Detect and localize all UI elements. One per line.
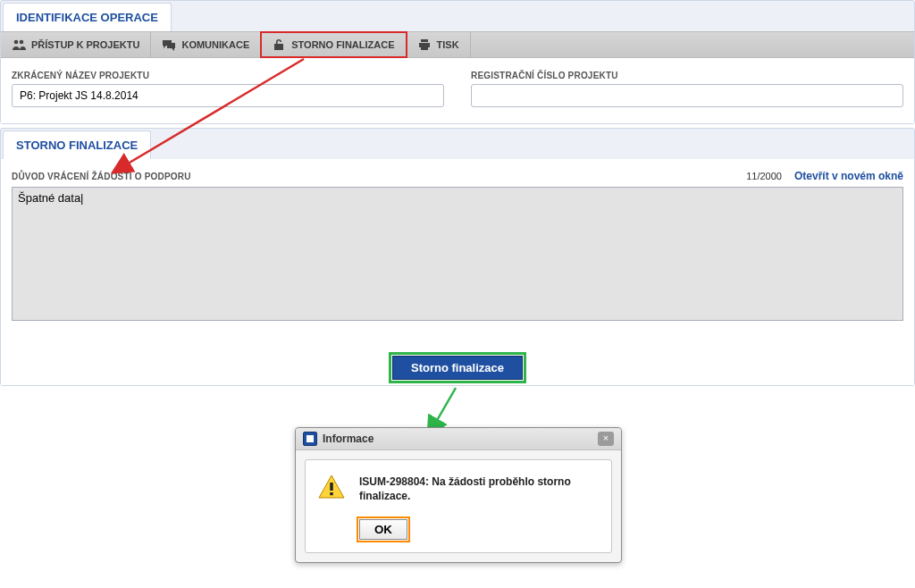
dialog-content: ISUM-298804: Na žádosti proběhlo storno … [305,459,612,553]
char-counter: 11/2000 [746,171,782,181]
info-dialog: Informace × ISUM-298804: Na žádosti prob… [295,427,622,563]
dialog-title-icon [303,432,317,446]
label-reg-no: REGISTRAČNÍ ČÍSLO PROJEKTU [471,71,903,80]
project-info-row: ZKRÁCENÝ NÁZEV PROJEKTU REGISTRAČNÍ ČÍSL… [1,58,914,123]
svg-rect-4 [330,483,332,491]
toolbar-label: STORNO FINALIZACE [291,39,394,50]
textarea-reason[interactable] [12,187,903,321]
toolbar: PŘÍSTUP K PROJEKTU KOMUNIKACE STORNO FIN… [1,31,914,58]
toolbar-item-communication[interactable]: KOMUNIKACE [151,32,261,57]
lock-open-icon [272,38,286,52]
svg-point-1 [20,40,24,45]
toolbar-item-storno[interactable]: STORNO FINALIZACE [261,32,406,57]
label-reason: DŮVOD VRÁCENÍ ŽÁDOSTI O PODPORU [12,172,734,181]
toolbar-item-print[interactable]: TISK [407,32,471,57]
svg-point-0 [14,40,19,45]
toolbar-label: TISK [437,39,459,50]
storno-finalizace-button[interactable]: Storno finalizace [392,356,523,380]
toolbar-label: PŘÍSTUP K PROJEKTU [31,39,139,50]
panel-identification: IDENTIFIKACE OPERACE PŘÍSTUP K PROJEKTU … [0,0,915,124]
dialog-message: ISUM-298804: Na žádosti proběhlo storno … [359,475,599,503]
people-icon [12,38,26,52]
printer-icon [417,38,432,52]
toolbar-item-access[interactable]: PŘÍSTUP K PROJEKTU [1,32,151,57]
panel-storno: STORNO FINALIZACE DŮVOD VRÁCENÍ ŽÁDOSTI … [0,128,915,386]
input-reg-no[interactable] [471,84,903,107]
dialog-ok-button[interactable]: OK [359,519,407,540]
warning-icon [318,475,345,500]
field-registration-number: REGISTRAČNÍ ČÍSLO PROJEKTU [471,71,903,107]
svg-rect-5 [330,492,332,495]
page-title-tab: IDENTIFIKACE OPERACE [3,3,172,31]
toolbar-label: KOMUNIKACE [181,39,249,50]
open-in-new-window-link[interactable]: Otevřít v novém okně [794,170,903,182]
panel-storno-title: STORNO FINALIZACE [3,130,151,159]
dialog-close-button[interactable]: × [598,432,614,446]
chat-icon [162,38,176,52]
dialog-title: Informace [323,433,598,445]
input-short-name[interactable] [12,84,444,107]
field-short-name: ZKRÁCENÝ NÁZEV PROJEKTU [12,71,444,107]
action-row: Storno finalizace [1,334,914,385]
label-short-name: ZKRÁCENÝ NÁZEV PROJEKTU [12,71,444,80]
dialog-titlebar: Informace × [296,428,621,450]
